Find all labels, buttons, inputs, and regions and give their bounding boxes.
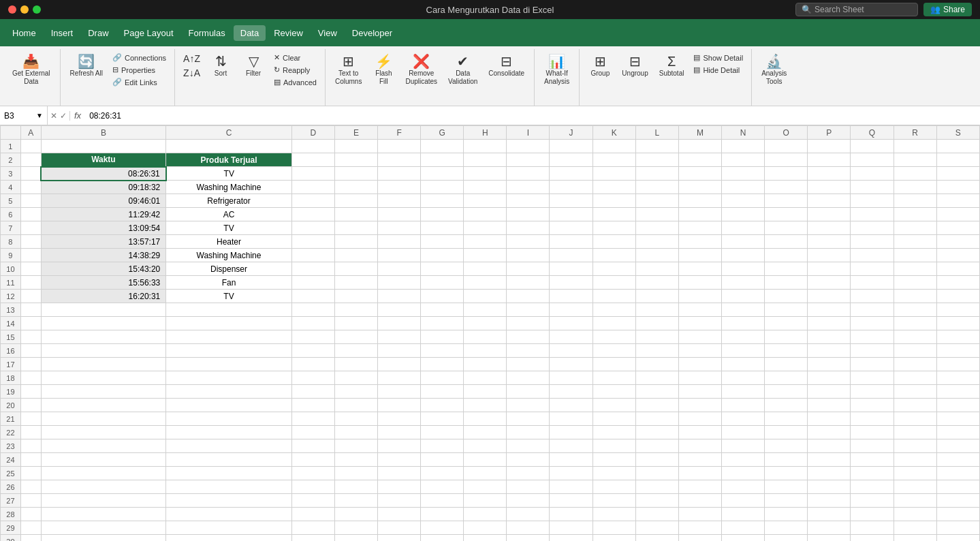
cell-O1[interactable] — [765, 140, 808, 153]
cell-P29[interactable] — [808, 521, 851, 535]
cell-O7[interactable] — [765, 221, 808, 235]
cell-A9[interactable] — [20, 249, 41, 262]
cell-E9[interactable] — [334, 249, 377, 262]
cell-E14[interactable] — [334, 317, 377, 330]
cell-J24[interactable] — [550, 453, 592, 467]
cell-K29[interactable] — [592, 521, 635, 535]
cell-G19[interactable] — [421, 385, 464, 399]
cell-H26[interactable] — [464, 480, 507, 494]
cell-A30[interactable] — [20, 535, 41, 542]
cell-H8[interactable] — [464, 235, 507, 249]
cell-F29[interactable] — [378, 521, 421, 535]
cell-J29[interactable] — [550, 521, 592, 535]
menu-draw[interactable]: Draw — [81, 25, 115, 41]
cell-O21[interactable] — [765, 412, 808, 426]
cell-I17[interactable] — [507, 358, 550, 371]
cell-A11[interactable] — [20, 276, 41, 290]
cell-N2[interactable] — [721, 153, 764, 167]
cell-H18[interactable] — [464, 371, 507, 385]
cell-D3[interactable] — [291, 167, 334, 181]
cell-G21[interactable] — [421, 412, 464, 426]
cell-C14[interactable] — [166, 317, 291, 330]
cell-M27[interactable] — [678, 494, 721, 508]
cell-Q17[interactable] — [851, 358, 894, 371]
cell-E25[interactable] — [334, 467, 377, 480]
cell-A24[interactable] — [20, 453, 41, 467]
cell-D24[interactable] — [291, 453, 334, 467]
menu-review[interactable]: Review — [267, 25, 310, 41]
cell-O8[interactable] — [765, 235, 808, 249]
cell-L13[interactable] — [635, 303, 678, 317]
cell-A14[interactable] — [20, 317, 41, 330]
cell-B26[interactable] — [41, 480, 166, 494]
cell-P8[interactable] — [808, 235, 851, 249]
cell-B29[interactable] — [41, 521, 166, 535]
cell-B3[interactable]: 08:26:31 — [41, 167, 166, 181]
cell-H29[interactable] — [464, 521, 507, 535]
cell-F22[interactable] — [378, 426, 421, 439]
cell-A3[interactable] — [20, 167, 41, 181]
cell-N11[interactable] — [721, 276, 764, 290]
cell-R23[interactable] — [894, 439, 936, 453]
cell-L4[interactable] — [635, 181, 678, 194]
cell-A27[interactable] — [20, 494, 41, 508]
cell-D5[interactable] — [291, 194, 334, 208]
cell-R17[interactable] — [894, 358, 936, 371]
cell-F20[interactable] — [378, 399, 421, 412]
cell-P6[interactable] — [808, 208, 851, 221]
cell-D20[interactable] — [291, 399, 334, 412]
cell-D10[interactable] — [291, 262, 334, 276]
cell-S13[interactable] — [936, 303, 979, 317]
cell-I6[interactable] — [507, 208, 550, 221]
cell-L12[interactable] — [635, 290, 678, 303]
cell-Q5[interactable] — [851, 194, 894, 208]
cell-H16[interactable] — [464, 344, 507, 358]
cell-I26[interactable] — [507, 480, 550, 494]
cell-M26[interactable] — [678, 480, 721, 494]
cell-Q29[interactable] — [851, 521, 894, 535]
cell-H15[interactable] — [464, 330, 507, 344]
cell-M13[interactable] — [678, 303, 721, 317]
cell-C12[interactable]: TV — [166, 290, 291, 303]
cell-P23[interactable] — [808, 439, 851, 453]
cell-C27[interactable] — [166, 494, 291, 508]
cell-J7[interactable] — [550, 221, 592, 235]
cell-Q30[interactable] — [851, 535, 894, 542]
cell-A10[interactable] — [20, 262, 41, 276]
cell-F10[interactable] — [378, 262, 421, 276]
menu-home[interactable]: Home — [5, 25, 43, 41]
cell-D30[interactable] — [291, 535, 334, 542]
cell-S10[interactable] — [936, 262, 979, 276]
cell-E22[interactable] — [334, 426, 377, 439]
cell-O22[interactable] — [765, 426, 808, 439]
cell-F9[interactable] — [378, 249, 421, 262]
cell-S15[interactable] — [936, 330, 979, 344]
cell-F21[interactable] — [378, 412, 421, 426]
cell-R11[interactable] — [894, 276, 936, 290]
cell-P27[interactable] — [808, 494, 851, 508]
cell-I22[interactable] — [507, 426, 550, 439]
cell-L28[interactable] — [635, 508, 678, 521]
cell-C9[interactable]: Washing Machine — [166, 249, 291, 262]
cell-P2[interactable] — [808, 153, 851, 167]
cell-G22[interactable] — [421, 426, 464, 439]
cell-S19[interactable] — [936, 385, 979, 399]
edit-links-button[interactable]: 🔗 Edit Links — [110, 76, 169, 88]
cell-I19[interactable] — [507, 385, 550, 399]
cell-H10[interactable] — [464, 262, 507, 276]
cell-E7[interactable] — [334, 221, 377, 235]
filter-button[interactable]: ▽ Filter — [238, 52, 268, 80]
what-if-analysis-button[interactable]: 📊 What-IfAnalysis — [540, 52, 573, 89]
text-to-columns-button[interactable]: ⊞ Text toColumns — [331, 52, 366, 89]
cell-P18[interactable] — [808, 371, 851, 385]
cell-G13[interactable] — [421, 303, 464, 317]
cell-O10[interactable] — [765, 262, 808, 276]
cell-Q8[interactable] — [851, 235, 894, 249]
cell-Q18[interactable] — [851, 371, 894, 385]
cell-J19[interactable] — [550, 385, 592, 399]
cell-S11[interactable] — [936, 276, 979, 290]
cell-C8[interactable]: Heater — [166, 235, 291, 249]
cell-N10[interactable] — [721, 262, 764, 276]
cell-O15[interactable] — [765, 330, 808, 344]
cell-N8[interactable] — [721, 235, 764, 249]
